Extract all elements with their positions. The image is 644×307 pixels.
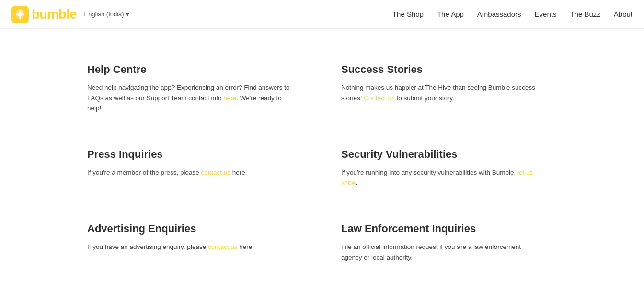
card-title-success-stories: Success Stories [341, 63, 538, 76]
lang-label: English (India) [84, 11, 124, 18]
card-link-security-vulnerabilities[interactable]: let us know [341, 169, 533, 187]
card-link-help-centre[interactable]: here [223, 94, 236, 102]
svg-point-1 [18, 12, 23, 16]
card-law-enforcement: Law Enforcement InquiriesFile an officia… [322, 207, 557, 282]
card-link-press-inquiries[interactable]: contact us [201, 169, 230, 176]
nav-item-events[interactable]: Events [535, 10, 557, 18]
logo[interactable]: bumble [12, 6, 77, 23]
main-content: Help CentreNeed help navigating the app?… [58, 29, 586, 307]
card-text-law-enforcement: File an official information request if … [341, 242, 538, 262]
card-link-success-stories[interactable]: Contact us [364, 94, 395, 102]
logo-text: bumble [32, 7, 77, 22]
header: bumble English (India) ▾ The ShopThe App… [0, 0, 644, 29]
card-security-vulnerabilities: Security VulnerabilitiesIf you're runnin… [322, 133, 557, 207]
nav-item-about[interactable]: About [614, 10, 632, 18]
card-text-help-centre: Need help navigating the app? Experienci… [87, 83, 293, 114]
logo-icon [12, 6, 29, 23]
chevron-down-icon: ▾ [126, 11, 129, 18]
card-title-press-inquiries: Press Inquiries [87, 148, 293, 161]
language-selector[interactable]: English (India) ▾ [84, 11, 129, 18]
main-nav: The ShopThe AppAmbassadorsEventsThe Buzz… [392, 10, 632, 18]
card-link-advertising-enquiries[interactable]: contact us [208, 243, 238, 250]
cards-grid: Help CentreNeed help navigating the app?… [87, 48, 557, 282]
card-help-centre: Help CentreNeed help navigating the app?… [87, 48, 322, 133]
nav-item-the-buzz[interactable]: The Buzz [570, 10, 600, 18]
card-text-security-vulnerabilities: If you're running into any security vuln… [341, 167, 538, 188]
header-left: bumble English (India) ▾ [12, 6, 129, 23]
card-text-advertising-enquiries: If you have an advertising enquiry, plea… [87, 242, 293, 252]
card-title-law-enforcement: Law Enforcement Inquiries [341, 223, 538, 235]
card-success-stories: Success StoriesNothing makes us happier … [322, 48, 557, 133]
card-title-advertising-enquiries: Advertising Enquiries [87, 223, 293, 235]
nav-item-the-shop[interactable]: The Shop [392, 10, 424, 18]
card-press-inquiries: Press InquiriesIf you're a member of the… [87, 133, 322, 207]
card-text-press-inquiries: If you're a member of the press, please … [87, 167, 293, 178]
nav-item-the-app[interactable]: The App [437, 10, 464, 18]
card-text-success-stories: Nothing makes us happier at The Hive tha… [341, 83, 538, 103]
nav-item-ambassadors[interactable]: Ambassadors [477, 10, 521, 18]
card-advertising-enquiries: Advertising EnquiriesIf you have an adve… [87, 207, 322, 282]
card-title-help-centre: Help Centre [87, 63, 293, 76]
card-title-security-vulnerabilities: Security Vulnerabilities [341, 148, 538, 161]
